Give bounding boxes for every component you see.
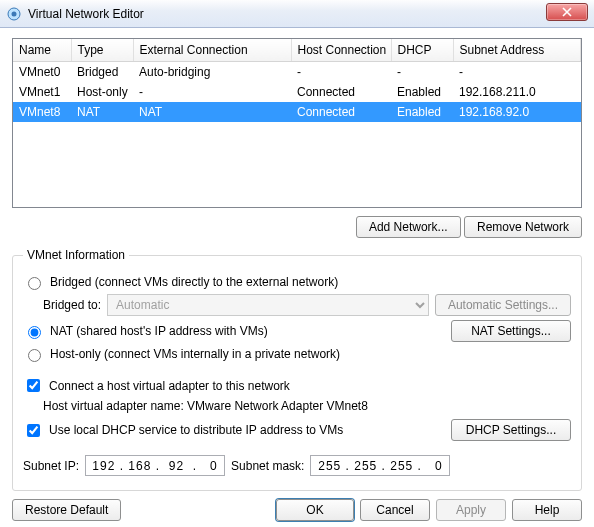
col-type[interactable]: Type	[71, 39, 133, 62]
bridged-to-select: Automatic	[107, 294, 429, 316]
dhcp-settings-button[interactable]: DHCP Settings...	[451, 419, 571, 441]
use-dhcp-label: Use local DHCP service to distribute IP …	[49, 423, 343, 437]
table-row[interactable]: VMnet1 Host-only - Connected Enabled 192…	[13, 82, 581, 102]
hostonly-radio[interactable]	[28, 349, 41, 362]
remove-network-button[interactable]: Remove Network	[464, 216, 582, 238]
apply-button: Apply	[436, 499, 506, 521]
table-header-row: Name Type External Connection Host Conne…	[13, 39, 581, 62]
bridged-to-label: Bridged to:	[43, 298, 101, 312]
connect-host-adapter-label: Connect a host virtual adapter to this n…	[49, 379, 290, 393]
app-icon	[6, 6, 22, 22]
connect-host-adapter-checkbox[interactable]	[27, 379, 40, 392]
cancel-button[interactable]: Cancel	[360, 499, 430, 521]
vmnet-information-group: VMnet Information Bridged (connect VMs d…	[12, 248, 582, 491]
nat-settings-button[interactable]: NAT Settings...	[451, 320, 571, 342]
networks-table[interactable]: Name Type External Connection Host Conne…	[12, 38, 582, 208]
bridged-radio[interactable]	[28, 277, 41, 290]
title-bar: Virtual Network Editor	[0, 0, 594, 28]
subnet-ip-input[interactable]	[85, 455, 225, 476]
help-button[interactable]: Help	[512, 499, 582, 521]
window-title: Virtual Network Editor	[28, 7, 144, 21]
table-row[interactable]: VMnet0 Bridged Auto-bridging - - -	[13, 62, 581, 83]
col-subnet[interactable]: Subnet Address	[453, 39, 581, 62]
col-name[interactable]: Name	[13, 39, 71, 62]
restore-default-button[interactable]: Restore Default	[12, 499, 121, 521]
table-row[interactable]: VMnet8 NAT NAT Connected Enabled 192.168…	[13, 102, 581, 122]
vmnet-information-legend: VMnet Information	[23, 248, 129, 262]
col-dhcp[interactable]: DHCP	[391, 39, 453, 62]
svg-point-1	[12, 11, 17, 16]
col-ext[interactable]: External Connection	[133, 39, 291, 62]
subnet-mask-input[interactable]	[310, 455, 450, 476]
host-adapter-name-line: Host virtual adapter name: VMware Networ…	[43, 399, 571, 413]
bridged-label: Bridged (connect VMs directly to the ext…	[50, 275, 338, 289]
nat-label: NAT (shared host's IP address with VMs)	[50, 324, 268, 338]
col-host[interactable]: Host Connection	[291, 39, 391, 62]
nat-radio[interactable]	[28, 326, 41, 339]
subnet-ip-label: Subnet IP:	[23, 459, 79, 473]
close-button[interactable]	[546, 3, 588, 21]
ok-button[interactable]: OK	[276, 499, 354, 521]
subnet-mask-label: Subnet mask:	[231, 459, 304, 473]
hostonly-label: Host-only (connect VMs internally in a p…	[50, 347, 340, 361]
automatic-settings-button: Automatic Settings...	[435, 294, 571, 316]
use-dhcp-checkbox[interactable]	[27, 424, 40, 437]
add-network-button[interactable]: Add Network...	[356, 216, 461, 238]
